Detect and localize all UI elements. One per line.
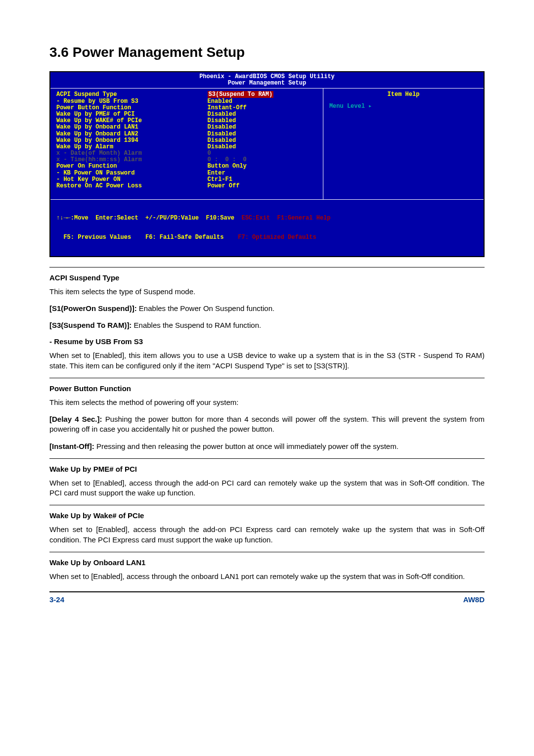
bios-row-value: Button Only <box>208 163 317 170</box>
bios-content: ACPI Suspend TypeS3(Suspend To RAM)- Res… <box>50 88 484 199</box>
opt-instant: [Instant-Off]: <box>49 442 94 450</box>
resume-usb-description: When set to [Enabled], this item allows … <box>49 351 485 371</box>
bios-row-value: Disabled <box>208 144 317 150</box>
bios-footer-line1-left: ↑↓→←:Move Enter:Select +/-/PU/PD:Value F… <box>56 215 241 222</box>
acpi-s3-option: [S3(Suspend To RAM)]: Enables the Suspen… <box>49 320 485 330</box>
bios-row: - KB Power ON PasswordEnter <box>56 170 317 177</box>
footer-model: AW8D <box>463 595 485 604</box>
bios-title-line2: Power Management Setup <box>50 80 484 87</box>
bios-row-value: S3(Suspend To RAM) <box>208 91 317 98</box>
acpi-title: ACPI Suspend Type <box>49 273 485 282</box>
acpi-s1-option: [S1(PowerOn Suspend)]: Enables the Power… <box>49 304 485 313</box>
pme-title: Wake Up by PME# of PCI <box>49 465 485 473</box>
bios-left-pane: ACPI Suspend TypeS3(Suspend To RAM)- Res… <box>50 89 323 199</box>
bios-row-value: Power Off <box>208 183 317 189</box>
opt-s3-text: Enables the Suspend to RAM function. <box>132 321 261 329</box>
section-power-button-function: Power Button Function This item selects … <box>49 378 485 451</box>
bios-row-label: - KB Power ON Password <box>56 170 208 177</box>
opt-delay-text: Pushing the power button for more than 4… <box>49 415 485 433</box>
bios-right-pane: Item Help Menu Level ▸ <box>323 89 484 199</box>
bios-row-label: - Resume by USB From S3 <box>56 98 208 105</box>
opt-instant-text: Pressing and then releasing the power bu… <box>94 442 399 450</box>
bios-row-value: Enter <box>208 170 317 177</box>
bios-row: Power Button FunctionInstant-Off <box>56 105 317 111</box>
bios-row-value: Disabled <box>208 124 317 131</box>
pbf-delay-option: [Delay 4 Sec.]: Pushing the power button… <box>49 414 485 435</box>
section-acpi-suspend-type: ACPI Suspend Type This item selects the … <box>49 267 485 371</box>
lan1-title: Wake Up by Onboard LAN1 <box>49 558 485 567</box>
section-wake-pme: Wake Up by PME# of PCI When set to [Enab… <box>49 458 485 498</box>
bios-footer: ↑↓→←:Move Enter:Select +/-/PU/PD:Value F… <box>50 199 484 256</box>
bios-row: Wake Up by Onboard 1394Disabled <box>56 137 317 144</box>
page-heading: 3.6 Power Management Setup <box>49 44 485 60</box>
bios-row-label: ACPI Suspend Type <box>56 91 208 98</box>
bios-row: Power On FunctionButton Only <box>56 163 317 170</box>
opt-delay: [Delay 4 Sec.]: <box>49 415 102 423</box>
bios-footer-line2-right: F7: Optimized Defaults <box>238 234 316 241</box>
acpi-description: This item selects the type of Suspend mo… <box>49 287 485 297</box>
bios-row-label: Wake Up by Onboard LAN2 <box>56 131 208 137</box>
bios-row: Restore On AC Power LossPower Off <box>56 183 317 189</box>
bios-row-label: Restore On AC Power Loss <box>56 183 208 189</box>
section-wake-lan1: Wake Up by Onboard LAN1 When set to [Ena… <box>49 552 485 581</box>
resume-usb-title: - Resume by USB From S3 <box>49 337 485 346</box>
wake-title: Wake Up by Wake# of PCIe <box>49 511 485 520</box>
bios-highlighted-value: S3(Suspend To RAM) <box>208 91 274 98</box>
bios-row-value: Disabled <box>208 137 317 144</box>
bios-footer-line2-left: F5: Previous Values F6: Fail-Safe Defaul… <box>56 234 238 241</box>
wake-description: When set to [Enabled], access through th… <box>49 525 485 545</box>
opt-s3: [S3(Suspend To RAM)]: <box>49 321 132 329</box>
bios-item-help-title: Item Help <box>329 91 478 103</box>
pbf-description: This item selects the method of powering… <box>49 398 485 407</box>
bios-menu-level: Menu Level ▸ <box>329 103 478 110</box>
footer-page-number: 3-24 <box>49 595 64 604</box>
bios-row-label: Power Button Function <box>56 105 208 111</box>
pbf-instant-option: [Instant-Off]: Pressing and then releasi… <box>49 442 485 451</box>
pbf-title: Power Button Function <box>49 384 485 393</box>
opt-s1-text: Enables the Power On Suspend function. <box>137 304 275 312</box>
bios-footer-line1-right: ESC:Exit F1:General Help <box>241 215 330 222</box>
bios-row: - Resume by USB From S3Enabled <box>56 98 317 105</box>
bios-row-label: Wake Up by Onboard LAN1 <box>56 124 208 131</box>
bios-row: Wake Up by Onboard LAN2Disabled <box>56 131 317 137</box>
bios-row: Wake Up by Onboard LAN1Disabled <box>56 124 317 131</box>
bios-row-value: Enabled <box>208 98 317 105</box>
lan1-description: When set to [Enabled], access through th… <box>49 572 485 581</box>
opt-s1: [S1(PowerOn Suspend)]: <box>49 304 137 312</box>
bios-row-value: Disabled <box>208 131 317 137</box>
bios-screenshot: Phoenix - AwardBIOS CMOS Setup Utility P… <box>49 71 485 257</box>
bios-row-label: Wake Up by Onboard 1394 <box>56 137 208 144</box>
bios-row-value: Instant-Off <box>208 105 317 111</box>
pme-description: When set to [Enabled], access through th… <box>49 478 485 498</box>
bios-row: ACPI Suspend TypeS3(Suspend To RAM) <box>56 91 317 98</box>
section-wake-pcie: Wake Up by Wake# of PCIe When set to [En… <box>49 505 485 545</box>
page-footer: 3-24 AW8D <box>49 591 485 604</box>
bios-row-label: Power On Function <box>56 163 208 170</box>
bios-title: Phoenix - AwardBIOS CMOS Setup Utility P… <box>50 72 484 88</box>
